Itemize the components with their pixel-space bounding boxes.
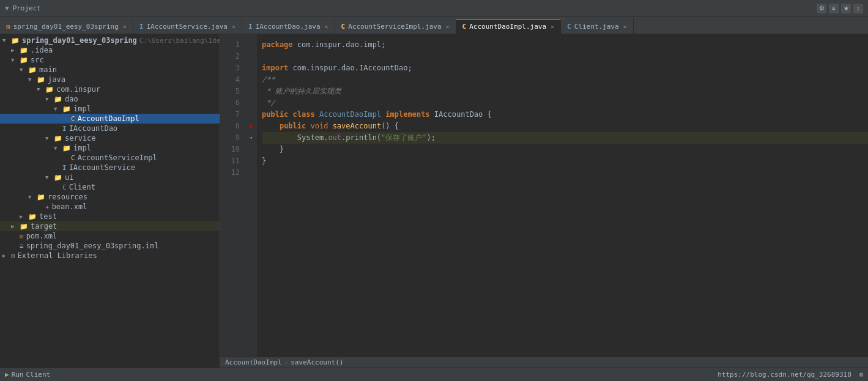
tree-IAccountDao[interactable]: ▶ I IAccountDao	[0, 124, 220, 133]
breadcrumb-item-1[interactable]: AccountDaoImpl	[225, 358, 282, 366]
tree-idea[interactable]: ▶ 📁 .idea	[0, 45, 220, 55]
tab-AccountServiceImpl[interactable]: C AccountServiceImpl.java ✕	[335, 19, 456, 34]
title-bar: ▼ Project ⚙ ≡ ★ ↕	[0, 0, 868, 17]
src-arrow: ▼	[11, 57, 20, 63]
code-line-11: }	[262, 155, 868, 167]
tab-AccountDaoImpl[interactable]: C AccountDaoImpl.java ✕	[456, 19, 562, 34]
tree-pom-xml[interactable]: ▶ m pom.xml	[0, 231, 220, 241]
gutter-9: →	[245, 132, 257, 144]
idea-arrow: ▶	[11, 47, 20, 53]
tree-resources[interactable]: ▼ 📁 resources	[0, 192, 220, 202]
target-arrow: ▶	[11, 223, 20, 229]
ext-arrow: ▶	[2, 253, 11, 259]
code-line-12	[262, 167, 868, 179]
com-inspur-icon: 📁	[45, 86, 54, 94]
code-area[interactable]: package com.inspur.dao.impl; import com.…	[257, 34, 868, 357]
gear-icon[interactable]: ⚙	[859, 371, 863, 379]
title-bar-label: Project	[13, 4, 41, 12]
tree-service[interactable]: ▼ 📁 service	[0, 133, 220, 143]
tab-icon-c2: C	[462, 23, 467, 31]
service-impl-arrow: ▼	[54, 145, 62, 151]
run-label: Run	[12, 371, 24, 379]
dao-icon: 📁	[54, 95, 62, 103]
tab-close-IAccountDao[interactable]: ✕	[325, 23, 328, 30]
tab-IAccountService[interactable]: I IAccountService.java ✕	[133, 19, 242, 34]
tab-icon-m: m	[6, 23, 10, 31]
tab-icon-i1: I	[139, 23, 144, 31]
tree-AccountServiceImpl[interactable]: ▶ C AccountServiceImpl	[0, 153, 220, 163]
main-arrow: ▼	[20, 67, 28, 73]
iml-label: spring_day01_eesy_03spring.iml	[26, 242, 159, 250]
gutter-10	[245, 144, 257, 155]
tree-root[interactable]: ▼ 📁 spring_day01_eesy_03spring C:\Users\…	[0, 35, 220, 45]
tab-icon-i2: I	[248, 23, 253, 31]
tree-Client[interactable]: ▶ C Client	[0, 182, 220, 192]
settings-btn[interactable]: ⚙	[817, 4, 826, 13]
tab-spring-day01[interactable]: m spring_day01_eesy_03spring ✕	[0, 19, 133, 34]
tree-bean-xml[interactable]: ▶ ✦ bean.xml	[0, 202, 220, 212]
tab-close-spring[interactable]: ✕	[123, 23, 127, 30]
gutter-6	[245, 97, 257, 109]
project-tree[interactable]: ▼ 📁 spring_day01_eesy_03spring C:\Users\…	[0, 34, 220, 368]
tree-src[interactable]: ▼ 📁 src	[0, 55, 220, 65]
tree-service-impl[interactable]: ▼ 📁 impl	[0, 143, 220, 153]
editor-content[interactable]: 1 2 3 4 5 6 7 8 9 10 11 12	[220, 34, 868, 357]
resources-label: resources	[48, 193, 87, 201]
tree-ui[interactable]: ▼ 📁 ui	[0, 172, 220, 182]
tab-Client[interactable]: C Client.java ✕	[561, 19, 634, 34]
ext-icon: ⊞	[11, 252, 15, 260]
root-label: spring_day01_eesy_03spring	[22, 36, 137, 45]
title-bar-left: ▼ Project	[5, 4, 41, 12]
dao-impl-arrow: ▼	[54, 106, 62, 112]
breadcrumb-bar: AccountDaoImpl › saveAccount()	[220, 357, 868, 368]
target-icon: 📁	[20, 223, 28, 231]
resources-arrow: ▼	[28, 194, 37, 200]
gutter-8: ●	[245, 120, 257, 132]
tab-close-IAccountService[interactable]: ✕	[232, 23, 236, 30]
tree-dao-impl[interactable]: ▼ 📁 impl	[0, 104, 220, 114]
tab-icon-c3: C	[567, 23, 571, 31]
com-inspur-arrow: ▼	[37, 86, 45, 92]
tree-AccountDaoImpl[interactable]: ▶ C AccountDaoImpl	[0, 114, 220, 124]
title-bar-controls[interactable]: ⚙ ≡ ★ ↕	[817, 4, 863, 13]
tab-IAccountDao[interactable]: I IAccountDao.java ✕	[242, 19, 335, 34]
main-area: ▼ 📁 spring_day01_eesy_03spring C:\Users\…	[0, 34, 868, 368]
code-line-10: }	[262, 144, 868, 155]
tree-java[interactable]: ▼ 📁 java	[0, 75, 220, 84]
tree-IAccountService[interactable]: ▶ I IAccountService	[0, 163, 220, 172]
breadcrumb-item-2[interactable]: saveAccount()	[291, 358, 343, 366]
AccountDaoImpl-label: AccountDaoImpl	[78, 114, 139, 123]
layout-btn[interactable]: ↕	[853, 4, 863, 13]
tab-icon-c1: C	[341, 23, 346, 31]
service-impl-icon: 📁	[62, 144, 71, 152]
star-btn[interactable]: ★	[841, 4, 851, 13]
tree-com-inspur[interactable]: ▼ 📁 com.inspur	[0, 84, 220, 94]
status-url: https://blog.csdn.net/qq_32689318	[718, 371, 851, 379]
iml-icon: ≡	[20, 242, 24, 250]
com-inspur-label: com.inspur	[56, 85, 100, 94]
code-line-4: /**	[262, 74, 868, 86]
tree-ext-libraries[interactable]: ▶ ⊞ External Libraries	[0, 251, 220, 261]
gutter-5	[245, 86, 257, 97]
IAccountService-icon: I	[62, 164, 67, 172]
run-section: ▶ Run Client	[5, 371, 50, 379]
service-icon: 📁	[54, 135, 62, 142]
bean-xml-label: bean.xml	[52, 202, 87, 211]
src-label: src	[31, 56, 44, 64]
ui-icon: 📁	[54, 174, 62, 182]
tab-close-AccountDaoImpl[interactable]: ✕	[551, 23, 554, 30]
menu-btn[interactable]: ≡	[829, 4, 839, 13]
AccountDaoImpl-icon: C	[71, 115, 75, 123]
dao-label: dao	[65, 95, 78, 103]
gutter-4	[245, 74, 257, 86]
tree-target[interactable]: ▶ 📁 target	[0, 221, 220, 231]
tree-iml[interactable]: ▶ ≡ spring_day01_eesy_03spring.iml	[0, 241, 220, 251]
tree-main[interactable]: ▼ 📁 main	[0, 65, 220, 75]
java-label: java	[48, 75, 65, 84]
tab-close-AccountServiceImpl[interactable]: ✕	[446, 23, 450, 30]
tree-test[interactable]: ▶ 📁 test	[0, 212, 220, 221]
tab-close-Client[interactable]: ✕	[623, 23, 627, 30]
IAccountService-label: IAccountService	[69, 163, 135, 172]
tree-dao[interactable]: ▼ 📁 dao	[0, 94, 220, 104]
line-numbers: 1 2 3 4 5 6 7 8 9 10 11 12	[220, 34, 245, 357]
